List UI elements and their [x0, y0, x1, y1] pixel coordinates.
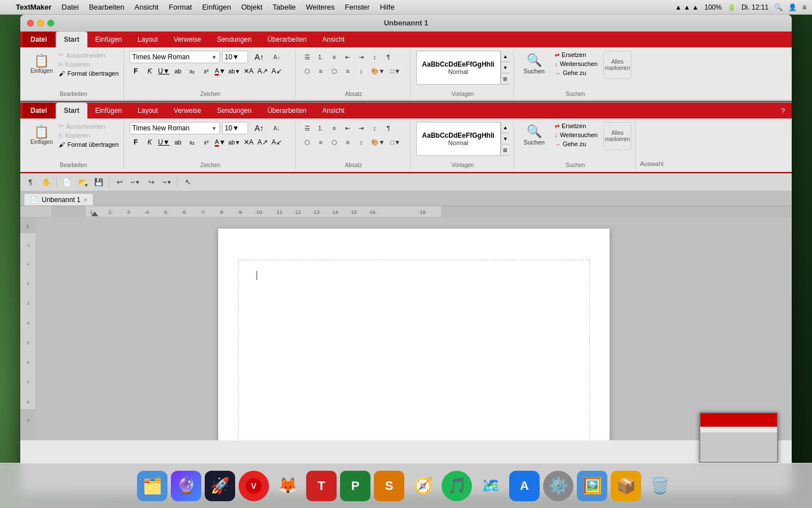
dock-finder[interactable]: 🗂️ — [137, 471, 167, 501]
align-right-1[interactable]: ⬡ — [328, 65, 341, 77]
close-button[interactable] — [27, 20, 34, 27]
font-size-selector-2[interactable]: 10 ▼ — [222, 122, 248, 134]
numbering-1[interactable]: 1. — [315, 51, 327, 63]
tab-start-1[interactable]: Start — [56, 32, 87, 47]
find-next-button-1[interactable]: ↓ Weitersuchen — [554, 60, 599, 68]
tab-datei-2[interactable]: Datei — [23, 103, 55, 119]
control-center-icon[interactable]: ≡ — [802, 3, 806, 11]
menubar-objekt[interactable]: Objekt — [241, 3, 263, 11]
menubar-format[interactable]: Format — [169, 3, 192, 11]
menubar-bearbeiten[interactable]: Bearbeiten — [89, 3, 125, 11]
menubar-weiteres[interactable]: Weiteres — [306, 3, 335, 11]
copy-button-1[interactable]: ⎘ Kopieren — [58, 60, 120, 68]
superscript-button-1[interactable]: x² — [200, 65, 213, 77]
align-center-2[interactable]: ≡ — [315, 136, 327, 148]
border-2[interactable]: □▼ — [388, 136, 403, 148]
subscript-button-1[interactable]: x₂ — [186, 65, 198, 77]
align-right-2[interactable]: ⬡ — [328, 136, 341, 148]
style-scroll-1[interactable]: ▲ ▼ ⊞ — [501, 51, 510, 85]
bullets-2[interactable]: ☰ — [301, 122, 314, 134]
goto-button-1[interactable]: → Gehe zu — [554, 69, 599, 77]
minimize-button[interactable] — [37, 20, 44, 27]
font-shrink-button-1[interactable]: A↓ — [271, 51, 283, 63]
sort-1[interactable]: ↕ — [369, 51, 381, 63]
undo-dropdown[interactable]: ↩▼ — [129, 176, 142, 189]
redo-button[interactable]: ↪ — [144, 176, 158, 189]
maximize-button[interactable] — [47, 20, 54, 27]
select-all-button-1[interactable]: Allesmarkieren — [603, 51, 632, 79]
tab-sendungen-1[interactable]: Sendungen — [209, 32, 259, 47]
font-grow-button-2[interactable]: A↑ — [250, 122, 268, 134]
paste-button-1[interactable]: 📋 Einfügen — [27, 53, 56, 76]
tab-layout-2[interactable]: Layout — [130, 103, 166, 119]
para-toggle[interactable]: ¶ — [24, 176, 37, 189]
shading-2[interactable]: 🎨▼ — [369, 136, 387, 148]
menubar-tabelle[interactable]: Tabelle — [272, 3, 295, 11]
dock-safari[interactable]: 🧭 — [408, 471, 438, 501]
dock-appstore[interactable]: A — [509, 471, 540, 501]
pointer-tool[interactable]: ↖ — [181, 176, 195, 189]
border-1[interactable]: □▼ — [388, 65, 403, 77]
paste-button-2[interactable]: 📋 Einfügen — [27, 124, 56, 147]
superscript-button-2[interactable]: x² — [200, 136, 213, 148]
para-marks-2[interactable]: ¶ — [382, 122, 395, 134]
replace-button-2[interactable]: ⇄ Ersetzen — [554, 122, 599, 130]
dock-presentations[interactable]: S — [374, 471, 404, 501]
format-copy-button-1[interactable]: 🖌 Format übertragen — [58, 69, 120, 77]
indent-2[interactable]: ⇥ — [355, 122, 368, 134]
dock-preview-app[interactable]: 🖼️ — [577, 471, 607, 501]
style-scroll-down[interactable]: ▼ — [501, 62, 510, 73]
dock-rocket[interactable]: 🚀 — [205, 471, 235, 501]
tab-sendungen-2[interactable]: Sendungen — [209, 103, 259, 119]
align-justify-1[interactable]: ≡ — [342, 65, 354, 77]
replace-button-1[interactable]: ⇄ Ersetzen — [554, 51, 599, 59]
shading-1[interactable]: 🎨▼ — [369, 65, 387, 77]
dock-siri[interactable]: 🔮 — [171, 471, 201, 501]
font-color-button-1[interactable]: A▼ — [214, 65, 227, 77]
numbering-2[interactable]: 1. — [315, 122, 327, 134]
outdent-1[interactable]: ⇤ — [342, 51, 354, 63]
align-left-2[interactable]: ⬡ — [301, 136, 314, 148]
tab-ansicht-2[interactable]: Ansicht — [315, 103, 352, 119]
tab-verweise-1[interactable]: Verweise — [166, 32, 209, 47]
dock-package[interactable]: 📦 — [611, 471, 641, 501]
enlarge-2[interactable]: A↗ — [257, 136, 269, 148]
dock-spotify[interactable]: 🎵 — [442, 471, 472, 501]
goto-button-2[interactable]: → Gehe zu — [554, 140, 599, 148]
redo-dropdown[interactable]: ↪▼ — [160, 176, 174, 189]
menubar-hilfe[interactable]: Hilfe — [380, 3, 395, 11]
italic-button-2[interactable]: K — [144, 136, 156, 148]
font-grow-button-1[interactable]: A↑ — [250, 51, 268, 63]
style-preview-1[interactable]: AaBbCcDdEeFfGgHhIi Normal — [416, 51, 501, 85]
style-scroll-down-2[interactable]: ▼ — [501, 133, 510, 144]
style-scroll-2[interactable]: ▲ ▼ ⊞ — [501, 122, 510, 156]
style-scroll-up[interactable]: ▲ — [501, 51, 510, 62]
search-button-1[interactable]: 🔍 Suchen — [519, 51, 549, 77]
tab-start-2[interactable]: Start — [56, 103, 87, 119]
doc-canvas[interactable] — [36, 217, 792, 440]
tab-ansicht-1[interactable]: Ansicht — [315, 32, 352, 47]
doc-tab-close[interactable]: × — [84, 197, 87, 203]
font-selector-1[interactable]: Times New Roman ▼ — [130, 51, 220, 63]
menubar-fenster[interactable]: Fenster — [345, 3, 370, 11]
align-justify-2[interactable]: ≡ — [342, 136, 354, 148]
document-tab[interactable]: 📄 Unbenannt 1 × — [24, 193, 94, 205]
style-preview-2[interactable]: AaBbCcDdEeFfGgHhIi Normal — [416, 122, 501, 156]
tab-einfuegen-2[interactable]: Einfügen — [87, 103, 130, 119]
shrink-2[interactable]: A↙ — [271, 136, 283, 148]
align-center-1[interactable]: ≡ — [315, 65, 327, 77]
select-all-button-2[interactable]: Allesmarkieren — [603, 122, 632, 150]
outdent-2[interactable]: ⇤ — [342, 122, 354, 134]
find-next-button-2[interactable]: ↓ Weitersuchen — [554, 131, 599, 139]
new-button[interactable]: 📄 — [60, 176, 74, 189]
highlight-button-1[interactable]: ab▼ — [228, 65, 241, 77]
user-icon[interactable]: 👤 — [788, 3, 797, 11]
menubar-app[interactable]: TextMaker — [16, 3, 51, 11]
line-spacing-2[interactable]: ↕ — [355, 136, 368, 148]
font-shrink-button-2[interactable]: A↓ — [271, 122, 283, 134]
dock-maps[interactable]: 🗺️ — [475, 471, 506, 501]
help-button[interactable]: ? — [776, 104, 789, 117]
dock-vivaldi[interactable]: V — [239, 471, 269, 501]
dock-textmaker[interactable]: T — [306, 471, 337, 501]
strikethrough-button-2[interactable]: ab — [172, 136, 184, 148]
